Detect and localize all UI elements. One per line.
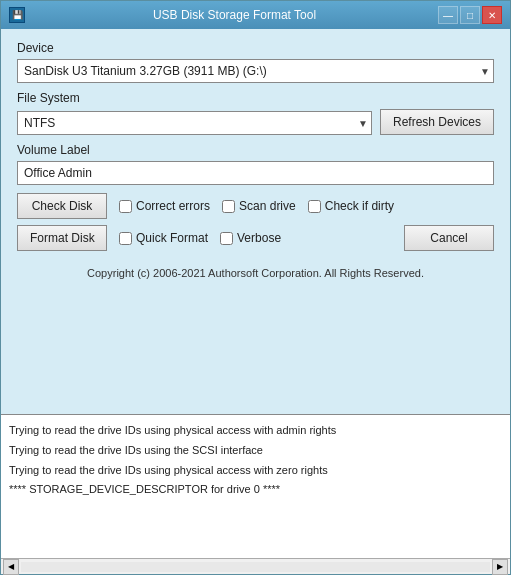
quick-format-checkbox-item[interactable]: Quick Format xyxy=(119,231,208,245)
scan-drive-checkbox[interactable] xyxy=(222,200,235,213)
log-line-2: Trying to read the drive IDs using the S… xyxy=(9,441,502,461)
title-bar: 💾 USB Disk Storage Format Tool — □ ✕ xyxy=(1,1,510,29)
log-line-3: Trying to read the drive IDs using physi… xyxy=(9,461,502,481)
file-system-select-wrapper: NTFS FAT32 exFAT ▼ xyxy=(17,111,372,135)
correct-errors-label: Correct errors xyxy=(136,199,210,213)
scroll-left-button[interactable]: ◀ xyxy=(3,559,19,575)
device-label: Device xyxy=(17,41,494,55)
correct-errors-checkbox[interactable] xyxy=(119,200,132,213)
horizontal-scrollbar[interactable]: ◀ ▶ xyxy=(1,558,510,574)
log-line-4: **** STORAGE_DEVICE_DESCRIPTOR for drive… xyxy=(9,480,502,500)
cancel-button[interactable]: Cancel xyxy=(404,225,494,251)
check-if-dirty-checkbox[interactable] xyxy=(308,200,321,213)
volume-label-input[interactable] xyxy=(17,161,494,185)
volume-label-label: Volume Label xyxy=(17,143,494,157)
quick-format-label: Quick Format xyxy=(136,231,208,245)
verbose-label: Verbose xyxy=(237,231,281,245)
check-if-dirty-checkbox-item[interactable]: Check if dirty xyxy=(308,199,394,213)
file-system-group: File System NTFS FAT32 exFAT ▼ Refresh D… xyxy=(17,91,494,135)
file-system-select[interactable]: NTFS FAT32 exFAT xyxy=(17,111,372,135)
file-system-row: NTFS FAT32 exFAT ▼ Refresh Devices xyxy=(17,109,494,135)
device-select-wrapper: SanDisk U3 Titanium 3.27GB (3911 MB) (G:… xyxy=(17,59,494,83)
verbose-checkbox[interactable] xyxy=(220,232,233,245)
device-select[interactable]: SanDisk U3 Titanium 3.27GB (3911 MB) (G:… xyxy=(17,59,494,83)
minimize-button[interactable]: — xyxy=(438,6,458,24)
app-icon: 💾 xyxy=(9,7,25,23)
copyright: Copyright (c) 2006-2021 Authorsoft Corpo… xyxy=(17,259,494,283)
close-button[interactable]: ✕ xyxy=(482,6,502,24)
refresh-devices-button[interactable]: Refresh Devices xyxy=(380,109,494,135)
volume-label-group: Volume Label xyxy=(17,143,494,185)
quick-format-checkbox[interactable] xyxy=(119,232,132,245)
format-disk-button[interactable]: Format Disk xyxy=(17,225,107,251)
scroll-right-button[interactable]: ▶ xyxy=(492,559,508,575)
log-panel: Trying to read the drive IDs using physi… xyxy=(1,414,510,574)
main-window: 💾 USB Disk Storage Format Tool — □ ✕ Dev… xyxy=(0,0,511,575)
log-scroll-area[interactable]: Trying to read the drive IDs using physi… xyxy=(1,415,510,558)
verbose-checkbox-item[interactable]: Verbose xyxy=(220,231,281,245)
device-group: Device SanDisk U3 Titanium 3.27GB (3911 … xyxy=(17,41,494,83)
window-title: USB Disk Storage Format Tool xyxy=(31,8,438,22)
maximize-button[interactable]: □ xyxy=(460,6,480,24)
check-disk-button[interactable]: Check Disk xyxy=(17,193,107,219)
correct-errors-checkbox-item[interactable]: Correct errors xyxy=(119,199,210,213)
check-if-dirty-label: Check if dirty xyxy=(325,199,394,213)
content-area: Device SanDisk U3 Titanium 3.27GB (3911 … xyxy=(1,29,510,414)
scan-drive-checkbox-item[interactable]: Scan drive xyxy=(222,199,296,213)
log-line-1: Trying to read the drive IDs using physi… xyxy=(9,421,502,441)
window-controls: — □ ✕ xyxy=(438,6,502,24)
check-disk-row: Check Disk Correct errors Scan drive Che… xyxy=(17,193,494,219)
format-disk-row: Format Disk Quick Format Verbose Cancel xyxy=(17,225,494,251)
file-system-label: File System xyxy=(17,91,494,105)
action-rows: Check Disk Correct errors Scan drive Che… xyxy=(17,193,494,251)
scan-drive-label: Scan drive xyxy=(239,199,296,213)
scroll-track xyxy=(21,562,490,572)
